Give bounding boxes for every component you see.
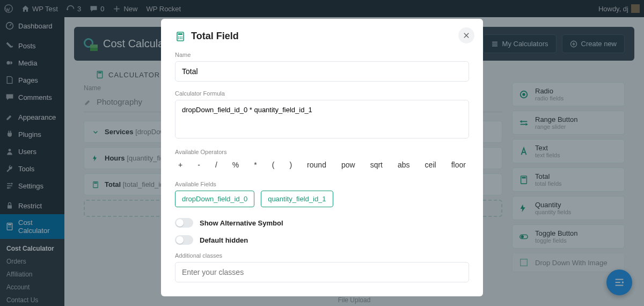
svg-point-32 [180, 38, 181, 39]
op-mod[interactable]: % [232, 161, 239, 169]
op-minus[interactable]: - [197, 161, 200, 169]
op-lparen[interactable]: ( [272, 161, 275, 169]
op-rparen[interactable]: ) [289, 161, 292, 169]
toggle-alternative-symbol[interactable] [175, 218, 193, 228]
toggle-alt-label: Show Alternative Symbol [200, 219, 283, 227]
svg-point-30 [181, 37, 182, 38]
op-mul[interactable]: * [254, 161, 257, 169]
operators-row: + - / % * ( ) round pow sqrt abs ceil fl… [175, 158, 469, 171]
op-floor[interactable]: floor [451, 161, 466, 169]
close-icon[interactable] [458, 27, 474, 43]
modal-title: Total Field [191, 31, 239, 42]
formula-input[interactable]: dropDown_field_id_0 * quantity_field_id_… [175, 100, 469, 139]
operators-label: Available Operators [175, 149, 469, 155]
name-input[interactable] [175, 61, 469, 82]
field-chip-quantity[interactable]: quantity_field_id_1 [261, 191, 333, 207]
svg-point-31 [178, 38, 179, 39]
op-round[interactable]: round [307, 161, 326, 169]
op-div[interactable]: / [215, 161, 217, 169]
op-pow[interactable]: pow [341, 161, 355, 169]
formula-label: Calculator Formula [175, 90, 469, 97]
op-abs[interactable]: abs [398, 161, 410, 169]
classes-label: Additional classes [175, 252, 469, 259]
svg-point-29 [180, 37, 181, 38]
toggle-default-hidden[interactable] [175, 235, 193, 245]
svg-point-28 [178, 37, 179, 38]
calculator-icon [175, 31, 186, 42]
modal-overlay[interactable]: Total Field Name Calculator Formula drop… [0, 0, 644, 306]
op-ceil[interactable]: ceil [425, 161, 436, 169]
fields-label: Available Fields [175, 181, 469, 187]
name-label: Name [175, 52, 469, 58]
svg-rect-27 [178, 33, 182, 35]
total-field-modal: Total Field Name Calculator Formula drop… [161, 19, 483, 296]
field-chip-dropdown[interactable]: dropDown_field_id_0 [175, 191, 254, 207]
op-sqrt[interactable]: sqrt [370, 161, 383, 169]
op-plus[interactable]: + [178, 161, 182, 169]
toggle-hidden-label: Default hidden [200, 236, 248, 244]
classes-input[interactable] [175, 262, 469, 282]
svg-point-33 [181, 38, 182, 39]
